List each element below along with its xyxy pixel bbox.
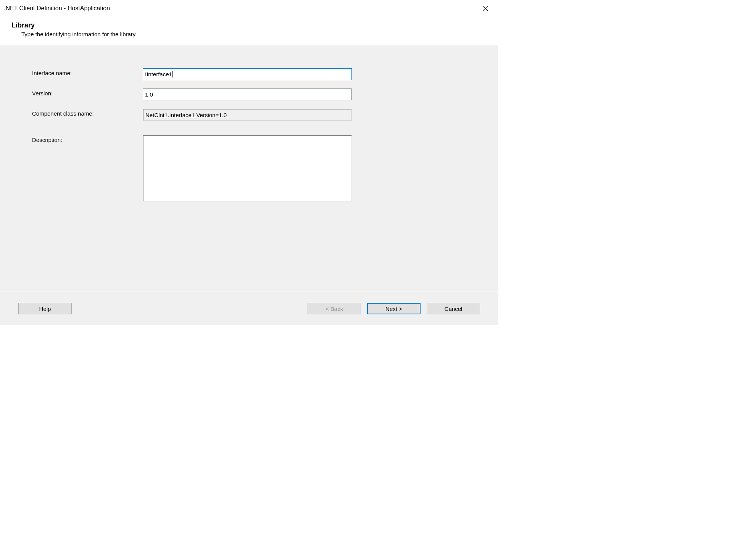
description-input[interactable] <box>143 135 352 201</box>
component-class-name-display: NetClnt1.Interface1 Version=1.0 <box>143 109 352 121</box>
window-title: .NET Client Definition - HostApplication <box>4 5 110 12</box>
version-row: Version: <box>32 89 472 100</box>
text-caret <box>172 71 173 77</box>
component-class-name-row: Component class name: NetClnt1.Interface… <box>32 109 472 121</box>
close-button[interactable] <box>477 0 494 17</box>
component-class-name-label: Component class name: <box>32 109 143 117</box>
next-button[interactable]: Next > <box>367 303 421 314</box>
version-input[interactable] <box>143 89 352 100</box>
back-button: < Back <box>308 303 361 314</box>
close-icon <box>483 6 488 11</box>
version-label: Version: <box>32 89 143 97</box>
help-button[interactable]: Help <box>18 303 72 314</box>
interface-name-label: Interface name: <box>32 68 143 76</box>
cancel-button[interactable]: Cancel <box>427 303 480 314</box>
page-title: Library <box>11 21 487 29</box>
title-bar: .NET Client Definition - HostApplication <box>0 0 498 17</box>
form-content: Interface name: IInterface1 Version: Com… <box>0 45 498 291</box>
interface-name-input[interactable]: IInterface1 <box>143 68 352 80</box>
description-row: Description: <box>32 135 472 201</box>
wizard-footer: Help < Back Next > Cancel <box>0 291 498 325</box>
wizard-header: Library Type the identifying information… <box>0 17 498 45</box>
interface-name-row: Interface name: IInterface1 <box>32 68 472 80</box>
description-label: Description: <box>32 135 143 143</box>
page-subtitle: Type the identifying information for the… <box>21 31 487 37</box>
